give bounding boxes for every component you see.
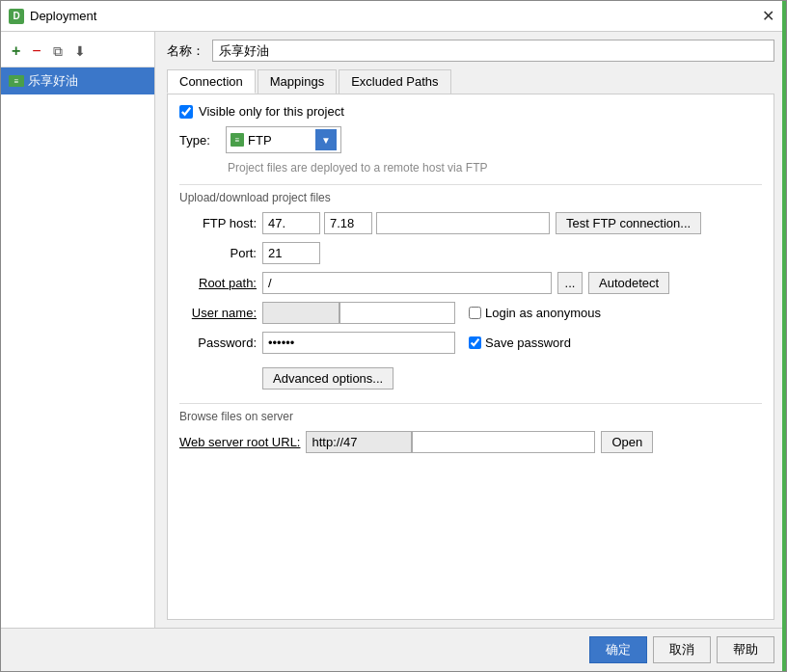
type-label: Type: <box>179 133 218 148</box>
tab-content: Visible only for this project Type: ≡ FT… <box>167 94 774 620</box>
advanced-options-button[interactable]: Advanced options... <box>262 367 394 390</box>
root-path-input[interactable] <box>262 272 552 294</box>
ftp-host-wrapper <box>262 212 550 234</box>
type-value: FTP <box>248 133 272 148</box>
port-row: Port: <box>179 242 762 264</box>
ftp-host-row: FTP host: Test FTP connection... <box>179 212 762 234</box>
ftp-host-input-part2[interactable] <box>324 212 372 234</box>
web-url-wrapper <box>306 431 595 453</box>
password-label: Password: <box>179 336 257 350</box>
visible-only-checkbox[interactable] <box>179 105 193 119</box>
move-server-button[interactable]: ⬇ <box>69 40 91 62</box>
port-input[interactable] <box>262 242 320 264</box>
username-input-pre[interactable] <box>262 302 339 324</box>
tab-mappings[interactable]: Mappings <box>258 69 337 94</box>
web-url-row: Web server root URL: Open <box>179 431 762 453</box>
browse-button[interactable]: ... <box>557 272 583 294</box>
visible-only-label: Visible only for this project <box>199 104 344 119</box>
name-input[interactable] <box>212 40 774 62</box>
type-hint: Project files are deployed to a remote h… <box>179 161 762 175</box>
title-bar: D Deployment ✕ <box>1 1 786 32</box>
login-anon-label: Login as anonymous <box>485 306 601 320</box>
sidebar-item-label: 乐享好油 <box>28 72 78 90</box>
window-icon: D <box>9 9 24 24</box>
form-area: 名称： Connection Mappings Excluded Paths V… <box>155 32 786 628</box>
browse-section-label: Browse files on server <box>179 403 762 423</box>
close-button[interactable]: ✕ <box>758 7 778 25</box>
type-dropdown-arrow[interactable]: ▼ <box>315 129 337 150</box>
save-password-label: Save password <box>485 336 571 350</box>
type-row: Type: ≡ FTP ▼ <box>179 126 762 153</box>
web-url-label: Web server root URL: <box>179 435 300 449</box>
add-server-button[interactable]: + <box>7 40 25 63</box>
username-wrapper <box>262 302 455 324</box>
ftp-host-input-part1[interactable] <box>262 212 320 234</box>
username-label: User name: <box>179 306 257 320</box>
autodetect-button[interactable]: Autodetect <box>588 272 669 294</box>
tab-excluded-paths[interactable]: Excluded Paths <box>339 69 450 94</box>
title-bar-left: D Deployment <box>9 9 96 24</box>
login-anon-checkbox[interactable] <box>469 307 481 319</box>
tab-connection[interactable]: Connection <box>167 69 256 94</box>
main-content: + − ⧉ ⬇ ≡ 乐享好油 名称： Connection Mappings E… <box>1 32 786 628</box>
copy-server-button[interactable]: ⧉ <box>48 40 68 63</box>
window-title: Deployment <box>30 9 96 23</box>
right-accent-bar <box>782 32 786 628</box>
password-row: Password: Save password <box>179 332 762 354</box>
username-row: User name: Login as anonymous <box>179 302 762 324</box>
login-anon-wrapper: Login as anonymous <box>469 306 601 320</box>
advanced-row: Advanced options... <box>262 367 762 390</box>
save-password-wrapper: Save password <box>469 336 571 350</box>
sidebar-item-lejianghao[interactable]: ≡ 乐享好油 <box>1 67 154 94</box>
upload-section-label: Upload/download project files <box>179 184 762 204</box>
web-url-input-post[interactable] <box>412 431 595 453</box>
test-ftp-button[interactable]: Test FTP connection... <box>556 212 701 234</box>
visible-only-row: Visible only for this project <box>179 104 762 119</box>
username-input-post[interactable] <box>339 302 455 324</box>
ftp-icon: ≡ <box>231 133 244 147</box>
port-label: Port: <box>179 246 257 260</box>
server-icon: ≡ <box>9 75 24 87</box>
deployment-window: D Deployment ✕ + − ⧉ ⬇ ≡ 乐享好油 名称： <box>0 0 787 672</box>
confirm-button[interactable]: 确定 <box>589 636 647 663</box>
ftp-host-input-part3[interactable] <box>376 212 550 234</box>
name-row: 名称： <box>167 40 774 62</box>
root-path-label: Root path: <box>179 276 257 290</box>
name-label: 名称： <box>167 42 204 60</box>
root-path-row: Root path: ... Autodetect <box>179 272 762 294</box>
tabs: Connection Mappings Excluded Paths <box>167 69 774 94</box>
sidebar-toolbar: + − ⧉ ⬇ <box>1 36 154 67</box>
footer-bar: 确定 取消 帮助 <box>1 628 786 671</box>
password-input[interactable] <box>262 332 455 354</box>
open-button[interactable]: Open <box>601 431 653 453</box>
save-password-checkbox[interactable] <box>469 336 481 349</box>
sidebar: + − ⧉ ⬇ ≡ 乐享好油 <box>1 32 155 628</box>
remove-server-button[interactable]: − <box>27 40 45 63</box>
cancel-button[interactable]: 取消 <box>653 636 711 663</box>
title-bar-right: ✕ <box>758 7 778 25</box>
help-button[interactable]: 帮助 <box>717 636 774 663</box>
web-url-input-pre[interactable] <box>306 431 412 453</box>
type-select[interactable]: ≡ FTP ▼ <box>226 126 341 153</box>
ftp-host-label: FTP host: <box>179 216 257 230</box>
